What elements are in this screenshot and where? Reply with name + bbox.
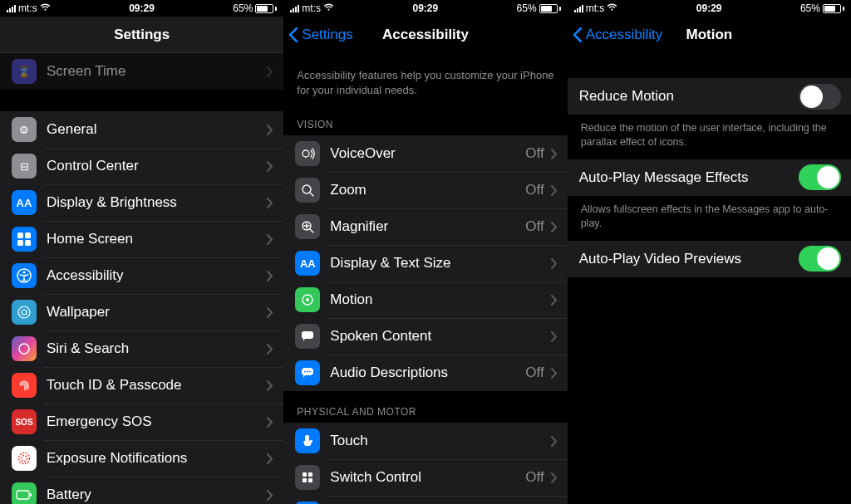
battery-icon <box>539 4 561 13</box>
chevron-right-icon <box>267 66 273 77</box>
carrier-label: mt:s <box>586 2 605 14</box>
row-siri-search[interactable]: Siri & Search <box>0 330 283 367</box>
page-title: Accessibility <box>382 27 469 43</box>
back-button[interactable]: Accessibility <box>573 27 663 43</box>
status-bar: mt:s 09:29 65% <box>283 0 567 17</box>
row-touch[interactable]: Touch <box>283 423 567 459</box>
voiceover-icon <box>295 141 320 166</box>
clock: 09:29 <box>412 2 438 14</box>
back-button[interactable]: Settings <box>288 27 352 43</box>
row-emergency-sos[interactable]: SOS Emergency SOS <box>0 404 283 440</box>
wifi-icon <box>607 2 617 14</box>
chevron-left-icon <box>573 27 583 42</box>
signal-icon <box>290 5 299 12</box>
row-zoom[interactable]: Zoom Off <box>283 172 567 208</box>
row-audio-descriptions[interactable]: Audio Descriptions Off <box>283 355 567 391</box>
row-touchid-passcode[interactable]: Touch ID & Passcode <box>0 367 283 404</box>
chevron-right-icon <box>267 344 273 355</box>
chevron-right-icon <box>551 368 558 379</box>
text-size-icon: AA <box>12 190 37 215</box>
chevron-left-icon <box>288 27 298 42</box>
chevron-right-icon <box>551 331 558 342</box>
exposure-icon <box>12 446 37 471</box>
settings-screen: mt:s 09:29 65% Settings ⌛ Screen Time ⚙ … <box>0 0 283 504</box>
nav-bar: Settings <box>0 17 283 53</box>
row-display-brightness[interactable]: AA Display & Brightness <box>0 184 283 221</box>
row-voice-control[interactable]: Voice Control Off <box>283 496 567 504</box>
toggle-autoplay-message-effects[interactable] <box>799 164 841 190</box>
chevron-right-icon <box>551 436 558 447</box>
svg-rect-18 <box>302 331 313 339</box>
svg-rect-25 <box>303 478 307 482</box>
section-header-vision: VISION <box>283 104 567 135</box>
svg-rect-11 <box>17 491 29 499</box>
magnifier-icon <box>295 214 320 239</box>
row-general[interactable]: ⚙ General <box>0 111 283 148</box>
svg-rect-26 <box>308 478 312 482</box>
toggle-autoplay-video-previews[interactable] <box>799 246 841 272</box>
row-autoplay-video-previews: Auto-Play Video Previews <box>568 241 851 277</box>
toggle-reduce-motion[interactable] <box>799 84 841 110</box>
row-accessibility[interactable]: Accessibility <box>0 257 283 294</box>
audio-desc-icon <box>295 360 320 385</box>
row-control-center[interactable]: ⊟ Control Center <box>0 148 283 184</box>
row-motion[interactable]: Motion <box>283 281 567 318</box>
row-screen-time[interactable]: ⌛ Screen Time <box>0 53 283 90</box>
row-wallpaper[interactable]: Wallpaper <box>0 294 283 330</box>
chevron-right-icon <box>267 417 273 428</box>
row-spoken-content[interactable]: Spoken Content <box>283 318 567 355</box>
nav-bar: Accessibility Motion <box>568 17 851 53</box>
footer-reduce-motion: Reduce the motion of the user interface,… <box>568 115 851 159</box>
svg-rect-2 <box>17 240 23 246</box>
wifi-icon <box>40 2 51 14</box>
chevron-right-icon <box>267 490 273 501</box>
wifi-icon <box>323 2 334 14</box>
svg-rect-3 <box>25 240 31 246</box>
svg-point-10 <box>19 453 30 464</box>
row-magnifier[interactable]: Magnifier Off <box>283 208 567 245</box>
accessibility-screen: mt:s 09:29 65% Settings Accessibility Ac… <box>283 0 567 504</box>
motion-icon <box>295 287 320 312</box>
chevron-right-icon <box>551 149 558 159</box>
battery-icon <box>255 4 277 13</box>
fingerprint-icon <box>12 373 37 398</box>
chevron-right-icon <box>267 307 273 318</box>
clock: 09:29 <box>696 2 722 14</box>
page-title: Settings <box>114 27 170 43</box>
svg-rect-1 <box>25 232 31 238</box>
chevron-right-icon <box>551 222 558 232</box>
text-size-icon: AA <box>295 251 320 276</box>
chevron-right-icon <box>267 453 273 464</box>
chevron-right-icon <box>267 234 273 245</box>
chevron-right-icon <box>267 125 273 135</box>
chevron-right-icon <box>267 380 273 391</box>
row-display-text-size[interactable]: AA Display & Text Size <box>283 245 567 281</box>
intro-text: Accessibility features help you customiz… <box>283 53 567 104</box>
chevron-right-icon <box>551 295 558 306</box>
back-label: Settings <box>302 27 352 43</box>
svg-point-5 <box>22 271 25 273</box>
battery-icon <box>823 4 844 13</box>
motion-screen: mt:s 09:29 65% Accessibility Motion Redu… <box>568 0 851 504</box>
row-switch-control[interactable]: Switch Control Off <box>283 459 567 496</box>
footer-autoplay-message: Allows fullscreen effects in the Message… <box>568 196 851 241</box>
row-battery[interactable]: Battery <box>0 477 283 504</box>
battery-pct: 65% <box>517 2 537 14</box>
svg-point-6 <box>18 306 30 318</box>
row-home-screen[interactable]: Home Screen <box>0 221 283 257</box>
svg-point-7 <box>22 310 27 315</box>
battery-icon <box>12 482 37 504</box>
row-exposure-notifications[interactable]: Exposure Notifications <box>0 440 283 477</box>
switch-control-icon <box>295 465 320 490</box>
wallpaper-icon <box>12 300 37 325</box>
status-bar: mt:s 09:29 65% <box>568 0 851 17</box>
switches-icon: ⊟ <box>12 154 37 179</box>
accessibility-icon <box>12 263 37 288</box>
siri-icon <box>12 336 37 361</box>
sos-icon: SOS <box>12 409 37 434</box>
clock: 09:29 <box>129 2 155 14</box>
svg-point-20 <box>304 371 306 373</box>
svg-point-21 <box>307 371 308 373</box>
back-label: Accessibility <box>586 27 663 43</box>
row-voiceover[interactable]: VoiceOver Off <box>283 135 567 172</box>
